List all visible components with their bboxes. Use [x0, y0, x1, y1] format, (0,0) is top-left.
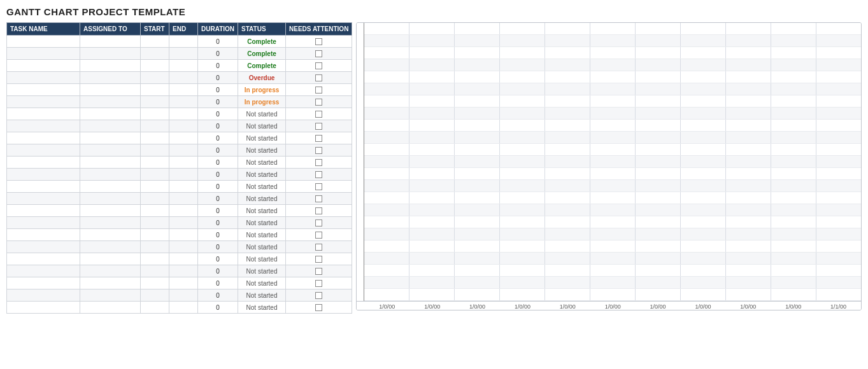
status-cell: Not started: [238, 265, 286, 277]
gantt-cell: [545, 277, 590, 288]
table-row: [7, 84, 80, 96]
assigned-cell: [80, 157, 141, 169]
needs-checkbox[interactable]: [315, 183, 322, 190]
gantt-date-label: 1/1/00: [816, 303, 861, 310]
gantt-cell: [726, 168, 771, 179]
gantt-cell: [545, 168, 590, 179]
gantt-cell: [455, 120, 500, 131]
gantt-cell: [816, 156, 861, 167]
gantt-cell: [545, 23, 590, 34]
needs-checkbox[interactable]: [315, 256, 322, 263]
start-cell: [141, 157, 169, 169]
needs-cell: [286, 108, 352, 120]
needs-checkbox[interactable]: [315, 147, 322, 154]
gantt-cell: [636, 23, 681, 34]
table-row: [7, 253, 80, 265]
gantt-row: [364, 265, 861, 277]
gantt-cell: [409, 120, 455, 131]
start-cell: [141, 72, 169, 84]
gantt-cell: [636, 240, 681, 252]
needs-checkbox[interactable]: [315, 62, 322, 69]
gantt-cell: [771, 83, 816, 95]
assigned-cell: [80, 302, 141, 314]
gantt-body: [364, 23, 861, 301]
gantt-cell: [726, 71, 771, 83]
gantt-cell: [500, 180, 545, 191]
gantt-cell: [500, 95, 545, 107]
needs-checkbox[interactable]: [315, 232, 322, 239]
needs-checkbox[interactable]: [315, 304, 322, 311]
needs-checkbox[interactable]: [315, 207, 322, 214]
status-cell: Not started: [238, 181, 286, 193]
start-cell: [141, 277, 169, 289]
gantt-cell: [545, 240, 590, 252]
needs-cell: [286, 241, 352, 253]
gantt-cell: [816, 95, 861, 107]
needs-checkbox[interactable]: [315, 159, 322, 166]
needs-checkbox[interactable]: [315, 219, 322, 226]
needs-checkbox[interactable]: [315, 171, 322, 178]
header-duration: DURATION: [198, 23, 238, 36]
gantt-cell: [816, 83, 861, 95]
needs-checkbox[interactable]: [315, 74, 322, 81]
gantt-cell: [500, 59, 545, 71]
gantt-cell: [636, 168, 681, 179]
gantt-cell: [681, 277, 726, 288]
needs-cell: [286, 217, 352, 229]
end-cell: [169, 169, 198, 181]
table-row: [7, 229, 80, 241]
needs-checkbox[interactable]: [315, 135, 322, 142]
gantt-cell: [816, 228, 861, 240]
end-cell: [169, 265, 198, 277]
status-badge: Not started: [246, 256, 278, 263]
needs-checkbox[interactable]: [315, 87, 322, 94]
needs-checkbox[interactable]: [315, 195, 322, 202]
gantt-cell: [771, 228, 816, 240]
assigned-cell: [80, 265, 141, 277]
needs-checkbox[interactable]: [315, 50, 322, 57]
end-cell: [169, 144, 198, 157]
status-badge: Not started: [246, 123, 278, 130]
gantt-cell: [816, 216, 861, 228]
end-cell: [169, 253, 198, 265]
needs-checkbox[interactable]: [315, 111, 322, 118]
gantt-cell: [681, 240, 726, 252]
start-cell: [141, 217, 169, 229]
gantt-cell: [726, 228, 771, 240]
assigned-cell: [80, 96, 141, 108]
gantt-cell: [364, 23, 409, 34]
gantt-cell: [590, 192, 636, 204]
start-cell: [141, 253, 169, 265]
page-title: GANTT CHART PROJECT TEMPLATE: [6, 6, 862, 17]
start-cell: [141, 205, 169, 217]
status-cell: Not started: [238, 169, 286, 181]
needs-checkbox[interactable]: [315, 244, 322, 251]
status-cell: Complete: [238, 60, 286, 72]
status-cell: Not started: [238, 241, 286, 253]
gantt-cell: [545, 132, 590, 143]
gantt-cell: [771, 95, 816, 107]
gantt-row: [364, 83, 861, 95]
table-row: [7, 277, 80, 289]
needs-checkbox[interactable]: [315, 292, 322, 299]
status-cell: Not started: [238, 132, 286, 144]
gantt-cell: [455, 168, 500, 179]
status-cell: Not started: [238, 229, 286, 241]
gantt-date-label: 1/0/00: [364, 303, 409, 310]
needs-checkbox[interactable]: [315, 268, 322, 275]
gantt-cell: [771, 253, 816, 264]
gantt-cell: [681, 108, 726, 119]
gantt-cell: [771, 240, 816, 252]
gantt-row: [364, 108, 861, 120]
status-badge: In progress: [245, 99, 279, 106]
start-cell: [141, 229, 169, 241]
assigned-cell: [80, 193, 141, 205]
needs-checkbox[interactable]: [315, 99, 322, 106]
needs-checkbox[interactable]: [315, 123, 322, 130]
gantt-cell: [364, 71, 409, 83]
needs-checkbox[interactable]: [315, 280, 322, 287]
duration-cell: 0: [198, 132, 238, 144]
gantt-chart: 1/0/001/0/001/0/001/0/001/0/001/0/001/0/…: [356, 22, 862, 310]
assigned-cell: [80, 229, 141, 241]
needs-checkbox[interactable]: [315, 38, 322, 45]
